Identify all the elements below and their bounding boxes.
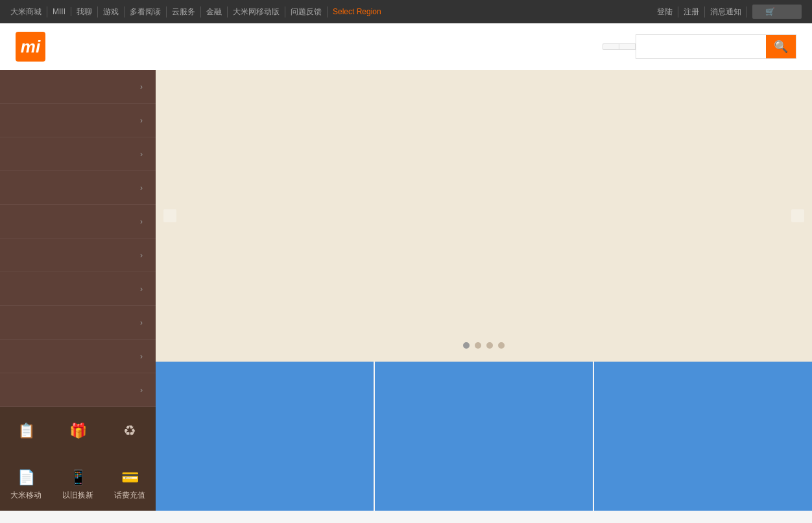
- sb-label-4: 大米移动: [10, 490, 42, 501]
- cart-icon: 🛒: [760, 7, 781, 16]
- sidebar-bottom-item-4[interactable]: 📄大米移动: [0, 459, 52, 511]
- top-bar-left: 大米商城 MIII 我聊 游戏 多看阅读 云服务 金融 大米网移动版 问题反馈 …: [10, 6, 387, 17]
- sb-label-6: 话费充值: [114, 490, 145, 501]
- banner-area: [156, 70, 812, 362]
- banner-dot-1[interactable]: [463, 342, 470, 349]
- enterprise-icon: 🎁: [69, 423, 87, 439]
- banner-prev-button[interactable]: [163, 209, 176, 222]
- header: mi 🔍: [0, 23, 812, 70]
- top-bar: 大米商城 MIII 我聊 游戏 多看阅读 云服务 金融 大米网移动版 问题反馈 …: [0, 0, 812, 23]
- chevron-right-icon: ›: [140, 251, 143, 260]
- sidebar-bottom-grid: 📋 🎁 ♻: [0, 407, 156, 459]
- sidebar-item-powerbank[interactable]: ›: [0, 205, 156, 238]
- logo-text: mi: [21, 37, 40, 57]
- sidebar-bottom-grid-2: 📄大米移动📱以旧换新💳话费充值: [0, 459, 156, 511]
- picture-cards: [156, 362, 812, 511]
- sb-icon-6: 💳: [121, 469, 139, 486]
- main-content: › › › › › › › ›: [0, 70, 812, 511]
- topbar-link-woliao[interactable]: 我聊: [71, 6, 98, 17]
- topbar-notification[interactable]: 消息通知: [705, 6, 747, 17]
- search-tag-ai-tv[interactable]: [619, 43, 636, 50]
- chevron-right-icon: ›: [140, 150, 143, 159]
- chevron-right-icon: ›: [140, 217, 143, 226]
- logo[interactable]: mi: [16, 32, 45, 62]
- sidebar-item-cases[interactable]: ›: [0, 272, 156, 306]
- sb-icon-4: 📄: [18, 469, 35, 486]
- picture-card-2[interactable]: [375, 362, 593, 511]
- chevron-right-icon: ›: [140, 183, 143, 192]
- sidebar: › › › › › › › ›: [0, 70, 156, 511]
- search-tags: [603, 43, 636, 50]
- sidebar-item-bunny[interactable]: ›: [0, 373, 156, 407]
- topbar-link-region[interactable]: Select Region: [328, 7, 387, 16]
- top-bar-right: 登陆 注册 消息通知 🛒: [652, 5, 802, 19]
- banner-next-button[interactable]: [791, 209, 804, 222]
- sidebar-bottom-enterprise[interactable]: 🎁: [52, 407, 104, 459]
- topbar-link-cloud[interactable]: 云服务: [167, 6, 201, 17]
- refurb-icon: ♻: [123, 423, 136, 439]
- topbar-login[interactable]: 登陆: [652, 6, 678, 17]
- sidebar-item-cables[interactable]: ›: [0, 306, 156, 340]
- picture-card-3[interactable]: [594, 362, 812, 511]
- banner-dot-3[interactable]: [486, 342, 493, 349]
- topbar-link-feedback[interactable]: 问题反馈: [285, 6, 328, 17]
- content-area: [156, 70, 812, 511]
- topbar-link-mobile[interactable]: 大米网移动版: [228, 6, 285, 17]
- chevron-right-icon: ›: [140, 352, 143, 361]
- sidebar-bottom-select-phone[interactable]: 📋: [0, 407, 52, 459]
- picture-card-1[interactable]: [156, 362, 374, 511]
- sb-label-5: 以旧换新: [62, 490, 93, 501]
- topbar-link-finance[interactable]: 金融: [201, 6, 228, 17]
- sidebar-bottom: 📋 🎁 ♻ 📄大米移动📱以旧换新💳话费充值: [0, 407, 156, 511]
- banner-dot-2[interactable]: [475, 342, 481, 349]
- topbar-link-games[interactable]: 游戏: [98, 6, 125, 17]
- sidebar-item-tvbox[interactable]: ›: [0, 137, 156, 171]
- search-button[interactable]: 🔍: [766, 35, 796, 58]
- chevron-right-icon: ›: [140, 82, 143, 91]
- search-tag-mix[interactable]: [603, 43, 619, 50]
- sidebar-bottom-item-5[interactable]: 📱以旧换新: [52, 459, 104, 511]
- sidebar-item-laptop[interactable]: ›: [0, 104, 156, 137]
- topbar-link-reading[interactable]: 多看阅读: [125, 6, 167, 17]
- banner-dot-4[interactable]: [498, 342, 505, 349]
- sidebar-bottom-item-6[interactable]: 💳话费充值: [104, 459, 156, 511]
- select-phone-icon: 📋: [18, 423, 35, 439]
- search-box: 🔍: [636, 34, 796, 59]
- sidebar-bottom-refurb[interactable]: ♻: [104, 407, 156, 459]
- chevron-right-icon: ›: [140, 285, 143, 294]
- topbar-link-miii[interactable]: MIII: [47, 7, 71, 16]
- banner-dots: [463, 342, 505, 349]
- chevron-right-icon: ›: [140, 386, 143, 395]
- sidebar-item-phone[interactable]: ›: [0, 70, 156, 104]
- sb-icon-5: 📱: [69, 469, 87, 486]
- topbar-link-damistore[interactable]: 大米商城: [10, 6, 47, 17]
- search-input[interactable]: [636, 38, 766, 56]
- sidebar-item-bags[interactable]: ›: [0, 340, 156, 373]
- search-icon: 🔍: [774, 40, 788, 54]
- topbar-register[interactable]: 注册: [678, 6, 705, 17]
- sidebar-item-router[interactable]: ›: [0, 171, 156, 205]
- sidebar-item-headphones[interactable]: ›: [0, 238, 156, 272]
- chevron-right-icon: ›: [140, 318, 143, 327]
- cart-button[interactable]: 🛒: [752, 5, 802, 19]
- header-right: 🔍: [603, 34, 796, 59]
- chevron-right-icon: ›: [140, 116, 143, 125]
